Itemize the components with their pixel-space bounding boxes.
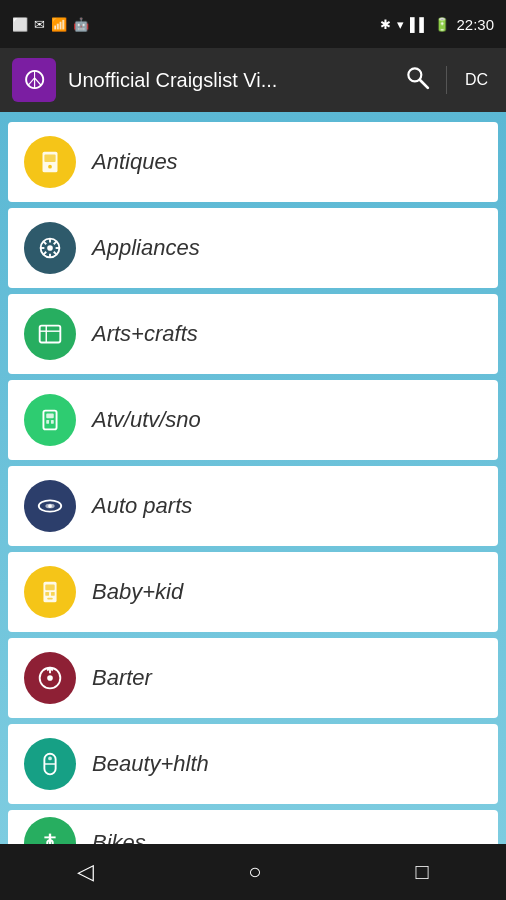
antiques-label: Antiques bbox=[92, 149, 178, 175]
svg-rect-26 bbox=[51, 592, 55, 596]
chart-icon: 📶 bbox=[51, 17, 67, 32]
gmail-icon: ✉ bbox=[34, 17, 45, 32]
auto-parts-label: Auto parts bbox=[92, 493, 192, 519]
status-bar-left: ⬜ ✉ 📶 🤖 bbox=[12, 17, 89, 32]
app-bar: ☮ Unofficial Craigslist Vi... DC bbox=[0, 48, 506, 112]
wifi-icon: ▾ bbox=[397, 17, 404, 32]
screenshot-icon: ⬜ bbox=[12, 17, 28, 32]
baby-kid-icon bbox=[24, 566, 76, 618]
category-item-barter[interactable]: Barter bbox=[8, 638, 498, 718]
svg-line-11 bbox=[43, 241, 46, 244]
svg-point-31 bbox=[48, 757, 52, 761]
bluetooth-icon: ✱ bbox=[380, 17, 391, 32]
atv-label: Atv/utv/sno bbox=[92, 407, 201, 433]
svg-rect-19 bbox=[51, 420, 54, 424]
android-icon: 🤖 bbox=[73, 17, 89, 32]
svg-line-1 bbox=[420, 80, 428, 88]
app-logo: ☮ bbox=[12, 58, 56, 102]
recents-button[interactable]: □ bbox=[392, 851, 453, 893]
baby-kid-label: Baby+kid bbox=[92, 579, 183, 605]
svg-rect-17 bbox=[46, 413, 54, 418]
battery-icon: 🔋 bbox=[434, 17, 450, 32]
category-list: Antiques Appliances bbox=[0, 112, 506, 844]
search-button[interactable] bbox=[400, 60, 434, 100]
svg-rect-27 bbox=[47, 598, 53, 600]
arts-crafts-icon bbox=[24, 308, 76, 360]
category-item-atv[interactable]: Atv/utv/sno bbox=[8, 380, 498, 460]
svg-line-12 bbox=[54, 252, 57, 255]
status-bar-right: ✱ ▾ ▌▌ 🔋 22:30 bbox=[380, 16, 494, 33]
barter-icon bbox=[24, 652, 76, 704]
location-label[interactable]: DC bbox=[459, 67, 494, 93]
svg-line-14 bbox=[43, 252, 46, 255]
beauty-hlth-icon bbox=[24, 738, 76, 790]
svg-point-4 bbox=[48, 165, 52, 169]
antiques-icon bbox=[24, 136, 76, 188]
category-item-beauty-hlth[interactable]: Beauty+hlth bbox=[8, 724, 498, 804]
nav-bar: ◁ ○ □ bbox=[0, 844, 506, 900]
svg-point-29 bbox=[47, 675, 53, 681]
appliances-label: Appliances bbox=[92, 235, 200, 261]
barter-label: Barter bbox=[92, 665, 152, 691]
category-item-arts-crafts[interactable]: Arts+crafts bbox=[8, 294, 498, 374]
svg-point-6 bbox=[47, 245, 53, 251]
peace-icon: ☮ bbox=[23, 67, 46, 93]
auto-parts-icon bbox=[24, 480, 76, 532]
svg-rect-15 bbox=[40, 326, 61, 343]
category-item-appliances[interactable]: Appliances bbox=[8, 208, 498, 288]
svg-rect-24 bbox=[45, 585, 54, 591]
app-title: Unofficial Craigslist Vi... bbox=[68, 69, 388, 92]
category-item-auto-parts[interactable]: Auto parts bbox=[8, 466, 498, 546]
arts-crafts-label: Arts+crafts bbox=[92, 321, 198, 347]
svg-rect-18 bbox=[46, 420, 49, 424]
category-item-bikes[interactable]: Bikes bbox=[8, 810, 498, 844]
status-bar: ⬜ ✉ 📶 🤖 ✱ ▾ ▌▌ 🔋 22:30 bbox=[0, 0, 506, 48]
signal-icon: ▌▌ bbox=[410, 17, 428, 32]
home-button[interactable]: ○ bbox=[224, 851, 285, 893]
bikes-icon bbox=[24, 817, 76, 845]
beauty-hlth-label: Beauty+hlth bbox=[92, 751, 209, 777]
svg-point-22 bbox=[48, 504, 52, 508]
atv-icon bbox=[24, 394, 76, 446]
appliances-icon bbox=[24, 222, 76, 274]
svg-line-13 bbox=[54, 241, 57, 244]
svg-rect-25 bbox=[45, 592, 49, 596]
bikes-label: Bikes bbox=[92, 830, 146, 845]
divider bbox=[446, 66, 447, 94]
category-item-antiques[interactable]: Antiques bbox=[8, 122, 498, 202]
clock: 22:30 bbox=[456, 16, 494, 33]
category-item-baby-kid[interactable]: Baby+kid bbox=[8, 552, 498, 632]
back-button[interactable]: ◁ bbox=[53, 851, 118, 893]
svg-rect-3 bbox=[44, 155, 55, 163]
